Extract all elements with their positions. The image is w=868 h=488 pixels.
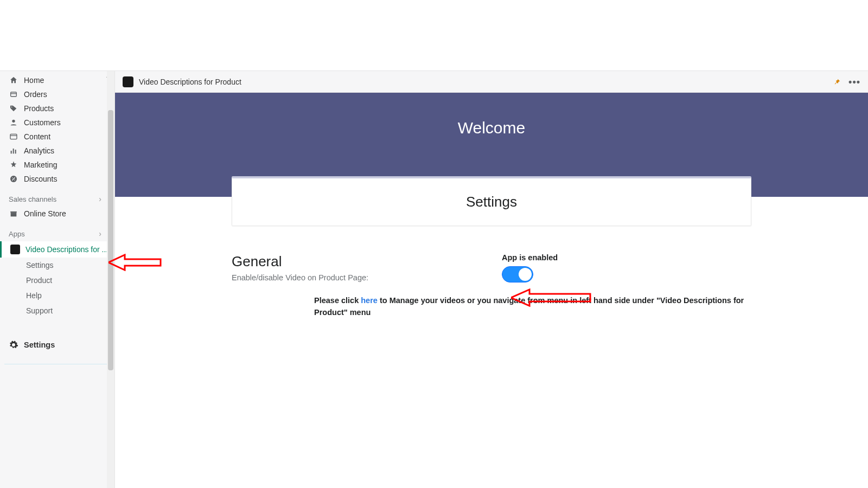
section-subtitle: Enable/disable Video on Product Page: [232, 273, 502, 282]
app-sub-settings[interactable]: Settings [0, 258, 114, 273]
svg-point-1 [11, 106, 12, 107]
home-icon [9, 76, 18, 85]
app-sub-help[interactable]: Help [0, 288, 114, 303]
section-sales-channels[interactable]: Sales channels › [0, 190, 114, 207]
chevron-right-icon: › [99, 229, 101, 238]
sidebar-item-label: Customers [24, 118, 61, 127]
app-sub-product[interactable]: Product [0, 273, 114, 288]
svg-point-8 [12, 177, 13, 178]
sidebar-item-label: Video Descriptions for ... [25, 245, 108, 254]
sidebar-item-label: Discounts [24, 175, 57, 183]
main-content: Video Descriptions for Product ••• Welco… [115, 71, 868, 488]
svg-rect-0 [11, 92, 17, 97]
svg-rect-4 [11, 151, 12, 153]
sidebar-item-home[interactable]: Home [0, 73, 114, 87]
tag-icon [9, 104, 18, 113]
person-icon [9, 118, 18, 127]
sidebar-item-label: Content [24, 132, 50, 141]
analytics-icon [9, 146, 18, 155]
section-label: Sales channels [9, 195, 56, 203]
banner-title: Welcome [458, 119, 525, 137]
sidebar-item-label: Analytics [24, 146, 54, 155]
section-apps[interactable]: Apps › [0, 225, 114, 241]
sidebar-item-products[interactable]: Products [0, 101, 114, 115]
sidebar-item-customers[interactable]: Customers [0, 115, 114, 130]
status-label: App is enabled [502, 253, 751, 262]
gear-icon [9, 340, 18, 350]
content-icon [9, 132, 18, 141]
orders-icon [9, 90, 18, 99]
scrollbar-thumb[interactable] [108, 110, 113, 370]
sidebar-item-marketing[interactable]: Marketing [0, 158, 114, 172]
sidebar-item-label: Orders [24, 90, 47, 99]
section-title-general: General [232, 253, 502, 270]
sidebar-item-label: Marketing [24, 160, 57, 169]
sidebar-item-label: Home [24, 76, 44, 85]
svg-point-2 [12, 120, 15, 123]
sidebar-item-label: Settings [24, 341, 55, 349]
toggle-knob [519, 268, 532, 281]
sidebar: ▲ Home Orders Products Customers [0, 71, 115, 488]
svg-rect-3 [10, 134, 17, 139]
sidebar-item-discounts[interactable]: Discounts [0, 172, 114, 186]
svg-rect-6 [15, 150, 16, 153]
section-label: Apps [9, 230, 25, 238]
sidebar-item-label: Online Store [24, 209, 66, 218]
more-icon[interactable]: ••• [848, 77, 860, 87]
sidebar-item-label: Products [24, 104, 54, 113]
svg-rect-5 [13, 149, 14, 153]
app-title: Video Descriptions for Product [139, 78, 241, 86]
sidebar-scrollbar[interactable] [107, 71, 114, 488]
sidebar-item-app-active[interactable]: Video Descriptions for ... [0, 241, 114, 258]
enable-toggle[interactable] [502, 266, 533, 282]
sidebar-item-content[interactable]: Content [0, 130, 114, 144]
sidebar-item-online-store[interactable]: Online Store [0, 207, 114, 221]
sidebar-item-orders[interactable]: Orders [0, 87, 114, 101]
settings-card: Settings [232, 176, 751, 226]
pin-icon[interactable] [833, 78, 841, 86]
app-icon [123, 76, 133, 87]
app-topbar: Video Descriptions for Product ••• [115, 71, 868, 93]
discount-icon [9, 175, 18, 183]
help-text: Please click here to Manage your videos … [314, 294, 754, 319]
card-title: Settings [232, 194, 751, 210]
marketing-icon [9, 160, 18, 169]
manage-videos-link[interactable]: here [361, 296, 378, 305]
sidebar-item-analytics[interactable]: Analytics [0, 144, 114, 158]
app-icon [10, 245, 20, 254]
sidebar-divider [4, 364, 110, 364]
svg-point-9 [14, 179, 15, 181]
store-icon [9, 209, 18, 218]
sidebar-item-settings[interactable]: Settings [0, 336, 114, 354]
chevron-right-icon: › [99, 195, 101, 203]
app-sub-support[interactable]: Support [0, 303, 114, 318]
